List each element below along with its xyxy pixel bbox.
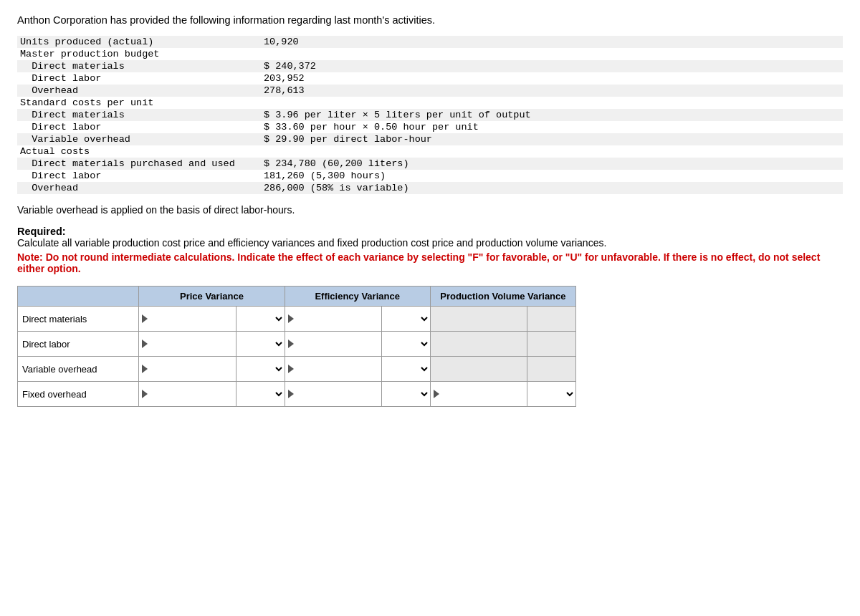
efficiency-variance-amount-1[interactable] xyxy=(285,332,381,357)
variance-table: Price Variance Efficiency Variance Produ… xyxy=(17,286,576,407)
arrow-icon xyxy=(142,365,148,373)
arrow-icon xyxy=(288,314,294,323)
price-variance-select-input-1[interactable]: FU xyxy=(236,332,285,356)
info-row-value-10: $ 234,780 (60,200 liters) xyxy=(261,158,843,170)
efficiency-variance-input-3[interactable] xyxy=(295,382,378,406)
intro-text: Anthon Corporation has provided the foll… xyxy=(17,14,843,26)
pv-variance-amount-2 xyxy=(430,357,527,382)
info-row-value-1 xyxy=(261,48,843,60)
price-variance-select-input-3[interactable]: FU xyxy=(236,382,285,406)
arrow-icon xyxy=(288,340,294,348)
price-variance-input-0[interactable] xyxy=(149,307,232,331)
pv-variance-select-3[interactable]: FU xyxy=(527,382,576,407)
arrow-icon xyxy=(142,390,148,398)
info-row-label-7: Direct labor xyxy=(17,121,261,133)
arrow-icon xyxy=(434,390,439,398)
price-variance-input-3[interactable] xyxy=(149,382,232,406)
info-row-value-4: 278,613 xyxy=(261,85,843,97)
info-table: Units produced (actual)10,920Master prod… xyxy=(17,36,843,194)
efficiency-variance-select-input-0[interactable]: FU xyxy=(382,307,430,331)
price-variance-input-2[interactable] xyxy=(149,357,232,381)
price-variance-select-2[interactable]: FU xyxy=(236,357,285,382)
info-row-label-9: Actual costs xyxy=(17,145,261,158)
efficiency-variance-amount-0[interactable] xyxy=(285,307,381,332)
arrow-icon xyxy=(288,365,294,373)
arrow-icon xyxy=(142,314,148,323)
info-row-label-12: Overhead xyxy=(17,182,261,194)
price-variance-select-3[interactable]: FU xyxy=(236,382,285,407)
price-variance-amount-2[interactable] xyxy=(139,357,236,382)
pv-variance-select-input-3[interactable]: FU xyxy=(527,382,575,406)
pv-variance-amount-3[interactable] xyxy=(430,382,527,407)
variance-row-label-2: Variable overhead xyxy=(18,357,139,382)
efficiency-variance-select-input-2[interactable]: FU xyxy=(382,357,430,381)
info-row-label-8: Variable overhead xyxy=(17,133,261,145)
info-row-value-5 xyxy=(261,97,843,109)
efficiency-variance-amount-2[interactable] xyxy=(285,357,381,382)
info-row-value-8: $ 29.90 per direct labor-hour xyxy=(261,133,843,145)
col-header-price-variance: Price Variance xyxy=(139,287,285,307)
info-row-label-10: Direct materials purchased and used xyxy=(17,158,261,170)
efficiency-variance-select-0[interactable]: FU xyxy=(382,307,431,332)
pv-variance-amount-0 xyxy=(430,307,527,332)
efficiency-variance-amount-3[interactable] xyxy=(285,382,381,407)
price-variance-select-input-2[interactable]: FU xyxy=(236,357,285,381)
price-variance-select-0[interactable]: FU xyxy=(236,307,285,332)
variance-row-label-1: Direct labor xyxy=(18,332,139,357)
info-row-value-6: $ 3.96 per liter × 5 liters per unit of … xyxy=(261,109,843,121)
pv-variance-select-1 xyxy=(527,332,576,357)
arrow-icon xyxy=(288,390,294,398)
info-row-label-1: Master production budget xyxy=(17,48,261,60)
note-text: Note: Do not round intermediate calculat… xyxy=(17,251,843,274)
price-variance-amount-0[interactable] xyxy=(139,307,236,332)
efficiency-variance-select-input-3[interactable]: FU xyxy=(382,382,430,406)
price-variance-amount-1[interactable] xyxy=(139,332,236,357)
efficiency-variance-input-2[interactable] xyxy=(295,357,378,381)
info-row-value-9 xyxy=(261,145,843,158)
info-row-value-3: 203,952 xyxy=(261,72,843,85)
variable-note: Variable overhead is applied on the basi… xyxy=(17,204,843,216)
info-row-label-4: Overhead xyxy=(17,85,261,97)
variance-row-label-0: Direct materials xyxy=(18,307,139,332)
pv-variance-amount-1 xyxy=(430,332,527,357)
col-header-production-volume-variance: Production Volume Variance xyxy=(430,287,575,307)
pv-variance-select-0 xyxy=(527,307,576,332)
info-row-label-3: Direct labor xyxy=(17,72,261,85)
variance-row-label-3: Fixed overhead xyxy=(18,382,139,407)
price-variance-select-input-0[interactable]: FU xyxy=(236,307,285,331)
info-row-label-0: Units produced (actual) xyxy=(17,36,261,48)
efficiency-variance-input-0[interactable] xyxy=(295,307,378,331)
required-body: Calculate all variable production cost p… xyxy=(17,237,843,249)
efficiency-variance-input-1[interactable] xyxy=(295,332,378,356)
price-variance-select-1[interactable]: FU xyxy=(236,332,285,357)
info-row-value-7: $ 33.60 per hour × 0.50 hour per unit xyxy=(261,121,843,133)
required-label: Required: xyxy=(17,226,843,237)
required-section: Required: Calculate all variable product… xyxy=(17,226,843,274)
efficiency-variance-select-input-1[interactable]: FU xyxy=(382,332,430,356)
efficiency-variance-select-3[interactable]: FU xyxy=(382,382,431,407)
info-row-value-12: 286,000 (58% is variable) xyxy=(261,182,843,194)
info-row-label-2: Direct materials xyxy=(17,60,261,72)
info-row-label-11: Direct labor xyxy=(17,170,261,182)
info-row-label-5: Standard costs per unit xyxy=(17,97,261,109)
efficiency-variance-select-2[interactable]: FU xyxy=(382,357,431,382)
col-header-efficiency-variance: Efficiency Variance xyxy=(285,287,430,307)
info-row-label-6: Direct materials xyxy=(17,109,261,121)
pv-variance-input-3[interactable] xyxy=(441,382,524,406)
info-row-value-2: $ 240,372 xyxy=(261,60,843,72)
price-variance-amount-3[interactable] xyxy=(139,382,236,407)
info-row-value-11: 181,260 (5,300 hours) xyxy=(261,170,843,182)
info-row-value-0: 10,920 xyxy=(261,36,843,48)
arrow-icon xyxy=(142,340,148,348)
pv-variance-select-2 xyxy=(527,357,576,382)
efficiency-variance-select-1[interactable]: FU xyxy=(382,332,431,357)
price-variance-input-1[interactable] xyxy=(149,332,232,356)
col-header-empty xyxy=(18,287,139,307)
